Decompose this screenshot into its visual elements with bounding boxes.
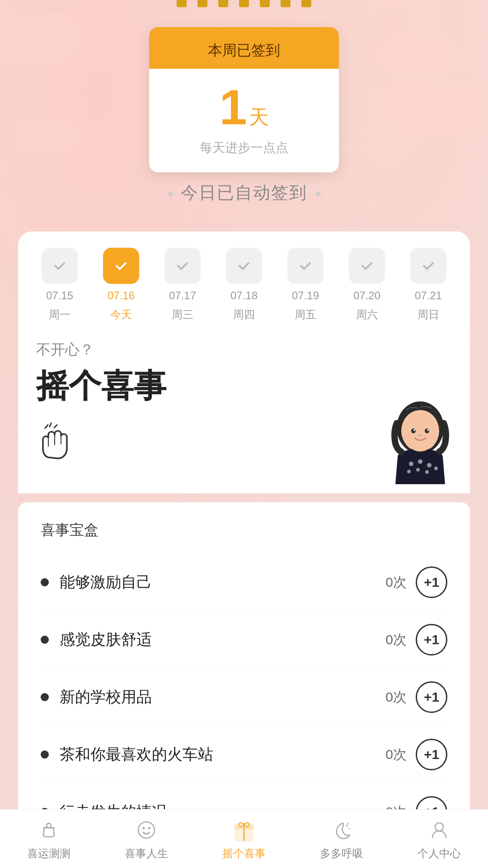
day-label-sun: 周日 [418,307,439,322]
day-item-today: 07.16 今天 [93,248,149,322]
main-card: 07.15 周一 07.16 今天 07.17 周三 [18,231,470,493]
happy-text-1: 感觉皮肤舒适 [60,629,385,650]
day-label-today: 今天 [110,307,132,322]
svg-line-1 [50,423,51,427]
svg-point-9 [416,468,420,472]
bottom-nav: 喜运测测 喜事人生 摇个喜事 [0,809,488,868]
svg-point-26 [346,825,348,826]
nav-label-happy-life: 喜事人生 [125,846,168,861]
nav-label-profile: 个人中心 [418,846,461,861]
checkin-count-row: 1天 [163,82,325,132]
shake-section[interactable]: 不开心？ 摇个喜事 [18,331,470,493]
add-btn-1[interactable]: +1 [416,624,447,656]
day-item-mon: 07.15 周一 [32,248,88,322]
day-label-mon: 周一 [49,307,70,322]
girl-illustration [384,398,456,489]
day-date-thu: 07.18 [230,289,258,302]
happy-text-3: 茶和你最喜欢的火车站 [60,744,385,765]
checkin-subtitle: 每天进步一点点 [163,139,325,156]
nav-item-fortune[interactable]: 喜运测测 [27,817,70,861]
day-label-thu: 周四 [233,307,255,322]
day-item-thu: 07.18 周四 [216,248,272,322]
day-date-wed: 07.17 [169,289,196,302]
happy-dot [41,693,49,701]
svg-point-8 [407,470,411,473]
nav-label-shake: 摇个喜事 [222,846,266,861]
profile-icon [427,817,452,843]
happy-count-3: 0次 [385,745,407,764]
nav-item-profile[interactable]: 个人中心 [418,817,461,861]
svg-point-10 [425,470,429,474]
day-date-today: 07.16 [108,289,135,302]
happy-item-1: 感觉皮肤舒适 0次 +1 [41,611,447,669]
day-date-sun: 07.21 [415,289,442,302]
svg-point-5 [409,462,413,466]
svg-point-23 [148,827,150,829]
day-check-sat [349,248,385,284]
fortune-icon [36,817,61,843]
svg-point-6 [418,459,422,464]
happy-box-section: 喜事宝盒 能够激励自己 0次 +1 感觉皮肤舒适 0次 +1 新的学校用品 0次… [18,502,470,859]
svg-point-22 [143,827,145,829]
add-btn-0[interactable]: +1 [416,566,447,598]
day-check-sun [410,248,446,284]
happy-dot [41,636,49,644]
checkin-number: 1 [219,82,247,132]
calendar-header-text: 本周已签到 [163,41,325,61]
day-item-sat: 07.20 周六 [339,248,395,322]
top-section: 本周已签到 1天 每天进步一点点 ✦ 今日已自动签到 ✦ [0,0,488,231]
happy-count-0: 0次 [385,573,407,592]
day-item-sun: 07.21 周日 [400,248,456,322]
svg-point-7 [427,463,432,467]
shake-hand-icon[interactable] [36,421,81,475]
happy-count-1: 0次 [385,631,407,649]
breathe-icon [329,817,354,843]
svg-point-16 [427,429,429,431]
svg-point-17 [418,434,422,437]
svg-point-21 [138,822,155,838]
nav-label-fortune: 喜运测测 [27,846,70,861]
shake-subtitle: 不开心？ [36,340,452,360]
svg-line-0 [45,425,48,428]
svg-point-29 [435,823,443,831]
day-item-fri: 07.19 周五 [277,248,333,322]
happy-item-2: 新的学校用品 0次 +1 [41,669,447,726]
svg-point-19 [427,434,436,439]
svg-point-27 [349,828,350,829]
nav-item-breathe[interactable]: 多多呼吸 [320,817,363,861]
svg-point-12 [401,410,439,452]
svg-point-28 [348,822,349,824]
add-btn-2[interactable]: +1 [416,681,447,713]
happy-life-icon [134,817,159,843]
day-date-fri: 07.19 [292,289,319,302]
checkin-unit: 天 [249,106,269,128]
week-row: 07.15 周一 07.16 今天 07.17 周三 [18,231,470,331]
svg-line-2 [54,425,57,428]
happy-text-0: 能够激励自己 [60,572,385,593]
nav-item-shake[interactable]: 摇个喜事 [222,817,266,861]
day-check-mon [42,248,78,284]
svg-point-18 [404,434,413,439]
nav-label-breathe: 多多呼吸 [320,846,363,861]
happy-dot [41,578,49,586]
svg-point-11 [434,467,438,470]
day-label-sat: 周六 [356,307,378,322]
svg-point-14 [425,429,429,434]
happy-item-0: 能够激励自己 0次 +1 [41,554,447,611]
happy-item-3: 茶和你最喜欢的火车站 0次 +1 [41,726,447,783]
day-date-mon: 07.15 [46,289,73,302]
shake-icon [231,817,257,843]
calendar-body: 1天 每天进步一点点 [149,69,339,172]
happy-dot [41,750,49,759]
day-date-sat: 07.20 [353,289,380,302]
happy-text-2: 新的学校用品 [60,687,385,708]
happy-count-2: 0次 [385,688,407,707]
nav-item-happy-life[interactable]: 喜事人生 [125,817,168,861]
day-check-wed [164,248,201,284]
happy-box-title: 喜事宝盒 [41,520,447,540]
add-btn-3[interactable]: +1 [416,739,447,770]
calendar-header: 本周已签到 [149,27,339,69]
day-label-wed: 周三 [172,307,193,322]
svg-point-13 [411,429,416,434]
calendar-card: 本周已签到 1天 每天进步一点点 [149,27,339,172]
